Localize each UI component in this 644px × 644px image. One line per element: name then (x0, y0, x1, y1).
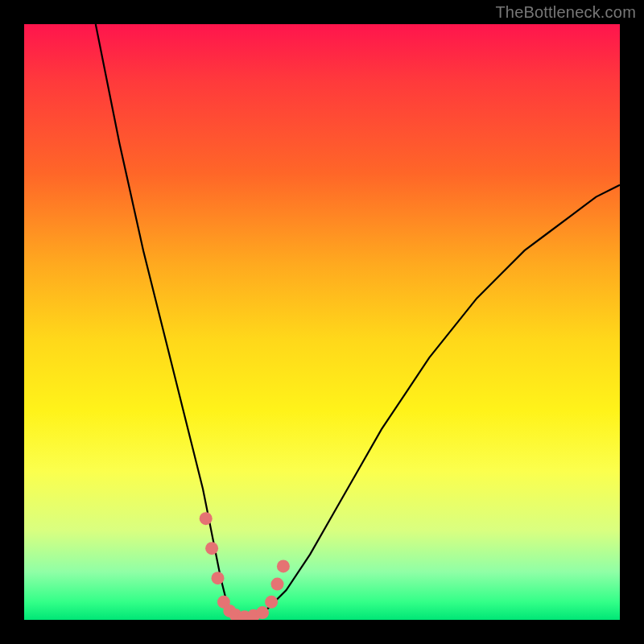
highlight-dots (200, 512, 290, 620)
chart-frame: TheBottleneck.com (0, 0, 644, 644)
chart-svg (24, 24, 620, 620)
bottleneck-curve (96, 24, 620, 620)
highlight-dot (205, 542, 218, 555)
watermark-text: TheBottleneck.com (495, 3, 636, 22)
highlight-dot (277, 559, 290, 572)
highlight-dot (256, 606, 269, 619)
highlight-dot (271, 578, 284, 591)
plot-area (24, 24, 620, 620)
highlight-dot (265, 596, 278, 609)
highlight-dot (200, 512, 213, 525)
highlight-dot (212, 572, 225, 584)
